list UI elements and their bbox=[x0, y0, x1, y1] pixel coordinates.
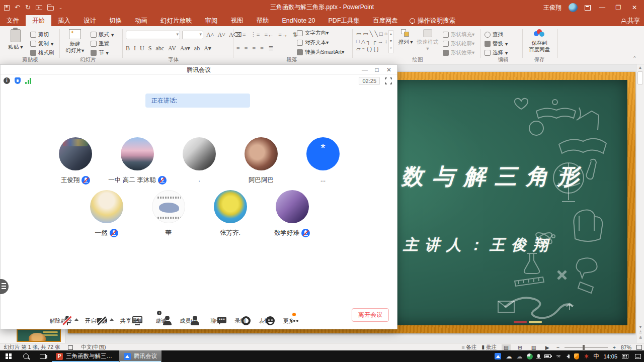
share-button[interactable]: 共享 bbox=[621, 15, 640, 26]
align-text-button[interactable]: 对齐文本▾ bbox=[297, 39, 329, 47]
tray-mic-icon[interactable] bbox=[537, 354, 540, 358]
zoom-handle[interactable] bbox=[583, 345, 585, 350]
slide-scrollbar[interactable]: ▲ ▼ ≙ ≚ bbox=[636, 64, 644, 343]
shape-effects-button[interactable]: 形状效果▾ bbox=[443, 49, 474, 57]
scroll-up-icon[interactable]: ▲ bbox=[636, 64, 644, 71]
chevron-up-icon[interactable] bbox=[74, 318, 78, 321]
volume-icon[interactable] bbox=[567, 354, 570, 358]
ribbon-display-options-icon[interactable] bbox=[585, 5, 591, 11]
touch-keyboard-icon[interactable] bbox=[622, 354, 628, 358]
cut-button[interactable]: 剪切 bbox=[30, 31, 49, 39]
tray-cloud-icon[interactable]: ☁ bbox=[506, 354, 512, 359]
network-signal-icon[interactable] bbox=[25, 78, 32, 84]
ribbon-glyph[interactable]: ≡→ bbox=[278, 31, 288, 39]
participant-avatar[interactable] bbox=[245, 137, 278, 170]
participant-avatar[interactable] bbox=[90, 190, 123, 223]
fullscreen-icon[interactable] bbox=[385, 77, 392, 84]
ribbon-glyph[interactable]: Aa▾ bbox=[180, 45, 190, 52]
toolbar-record-button[interactable]: 录制 bbox=[234, 315, 246, 325]
shapes-scroll[interactable]: ▲▼▿ bbox=[388, 30, 393, 53]
battery-icon[interactable] bbox=[544, 354, 551, 358]
ribbon-glyph[interactable]: ≣ bbox=[268, 45, 273, 52]
toolbar-emoji-button[interactable]: 表情 bbox=[259, 315, 270, 325]
toolbar-members-button[interactable]: 成员(9) bbox=[180, 315, 197, 325]
ribbon-glyph[interactable]: A▾ bbox=[204, 45, 211, 52]
comments-button[interactable]: ▮ 批注 bbox=[481, 344, 497, 351]
tab-9[interactable]: 帮助 bbox=[250, 15, 276, 26]
close-button[interactable]: ✕ bbox=[630, 4, 639, 11]
section-button[interactable]: 节 ▾ bbox=[91, 49, 109, 57]
find-button[interactable]: 查找 bbox=[485, 31, 503, 39]
paste-button[interactable]: 粘贴 ▾ bbox=[2, 29, 29, 50]
chevron-up-icon[interactable] bbox=[110, 318, 114, 321]
taskbar-app-powerpoint[interactable]: P三角函数与解三角形.... bbox=[51, 350, 119, 362]
spellcheck-icon[interactable] bbox=[68, 345, 73, 350]
taskbar-clock[interactable]: 14:05 bbox=[603, 353, 617, 359]
quick-styles-button[interactable]: 快速样式 ▾ bbox=[417, 29, 439, 52]
tab-8[interactable]: 视图 bbox=[224, 15, 250, 26]
tray-antivirus-icon[interactable] bbox=[527, 353, 533, 359]
taskbar-app-meeting[interactable]: 腾讯会议 bbox=[119, 350, 162, 362]
font-size-combobox[interactable] bbox=[182, 31, 203, 39]
account-avatar[interactable] bbox=[569, 3, 578, 12]
tray-red-app-icon[interactable]: ✶ bbox=[584, 353, 589, 360]
toolbar-chat-button[interactable]: •••聊天 bbox=[210, 315, 221, 325]
meeting-close-button[interactable]: ✕ bbox=[383, 65, 395, 75]
restore-button[interactable]: ❐ bbox=[614, 4, 623, 11]
tab-7[interactable]: 审阅 bbox=[199, 15, 224, 26]
fit-to-window-icon[interactable] bbox=[636, 345, 642, 350]
meeting-info-icon[interactable]: i bbox=[4, 77, 10, 84]
participant-avatar[interactable] bbox=[276, 190, 309, 223]
zoom-out-icon[interactable]: − bbox=[556, 344, 559, 350]
shape-fill-button[interactable]: 形状填充▾ bbox=[443, 31, 474, 39]
language-indicator[interactable]: 中文(中国) bbox=[81, 344, 106, 351]
minimize-button[interactable]: — bbox=[598, 4, 607, 11]
ribbon-glyph[interactable]: U bbox=[140, 45, 144, 52]
ribbon-glyph[interactable]: B bbox=[126, 45, 130, 52]
zoom-level[interactable]: 87% bbox=[621, 344, 631, 350]
scrollbar-thumb[interactable] bbox=[637, 71, 643, 84]
ribbon-glyph[interactable]: ⋮≡ bbox=[251, 31, 260, 39]
slide-sorter-icon[interactable]: ⊞ bbox=[516, 344, 524, 350]
toolbar-invite-button[interactable]: +邀请 bbox=[155, 315, 167, 325]
tab-10[interactable]: EndNote 20 bbox=[276, 15, 322, 26]
ribbon-glyph[interactable]: I bbox=[134, 45, 136, 52]
font-style-row[interactable]: BIUSabcAVAa▾abA▾ bbox=[126, 44, 211, 52]
ribbon-glyph[interactable]: S bbox=[148, 45, 152, 52]
participant[interactable]: *... bbox=[306, 137, 340, 185]
ribbon-glyph[interactable]: AV bbox=[168, 45, 176, 52]
action-center-icon[interactable] bbox=[635, 354, 641, 359]
toolbar-more-button[interactable]: 更多 bbox=[283, 315, 294, 325]
smartart-button[interactable]: 转换为SmartArt▾ bbox=[297, 48, 344, 56]
collapse-ribbon-icon[interactable]: ⌃ bbox=[632, 55, 637, 62]
text-direction-button[interactable]: 文字方向▾ bbox=[297, 29, 329, 37]
normal-view-icon[interactable]: ▤ bbox=[502, 344, 511, 350]
tab-file[interactable]: 文件 bbox=[0, 15, 26, 26]
taskbar-search-button[interactable] bbox=[17, 350, 34, 362]
start-button[interactable] bbox=[0, 350, 17, 362]
ribbon-glyph[interactable]: abc bbox=[155, 45, 164, 52]
tab-11[interactable]: PDF工具集 bbox=[322, 15, 367, 26]
ribbon-glyph[interactable]: ⋮≡ bbox=[236, 31, 246, 39]
meeting-titlebar[interactable]: 腾讯会议 — □ ✕ bbox=[1, 65, 397, 75]
tab-2[interactable]: 插入 bbox=[51, 15, 77, 26]
scroll-down-icon[interactable]: ▼ bbox=[636, 324, 644, 330]
copy-button[interactable]: 复制 ▾ bbox=[30, 40, 53, 48]
tray-cloud2-icon[interactable]: ☁ bbox=[516, 354, 522, 359]
meeting-maximize-button[interactable]: □ bbox=[371, 65, 383, 75]
participant-avatar[interactable] bbox=[214, 190, 247, 223]
participant[interactable]: 阿巴阿巴 bbox=[245, 137, 278, 185]
tab-3[interactable]: 设计 bbox=[77, 15, 103, 26]
tell-me-search[interactable]: 操作说明搜索 bbox=[405, 15, 460, 26]
tray-meeting-icon[interactable] bbox=[495, 353, 501, 359]
task-view-button[interactable] bbox=[34, 350, 51, 362]
slideshow-icon[interactable]: ▶ bbox=[543, 344, 551, 350]
notes-button[interactable]: ≡ 备注 bbox=[461, 344, 476, 351]
security-shield-icon[interactable] bbox=[15, 77, 21, 84]
toolbar-camera-off-button[interactable]: 开启视频 bbox=[85, 315, 107, 325]
ribbon-glyph[interactable]: ab bbox=[194, 45, 200, 52]
tab-4[interactable]: 切换 bbox=[103, 15, 128, 26]
select-button[interactable]: 选择 ▾ bbox=[485, 49, 508, 57]
reset-button[interactable]: 重置 bbox=[91, 40, 109, 48]
ribbon-glyph[interactable]: ≡ bbox=[236, 45, 240, 52]
